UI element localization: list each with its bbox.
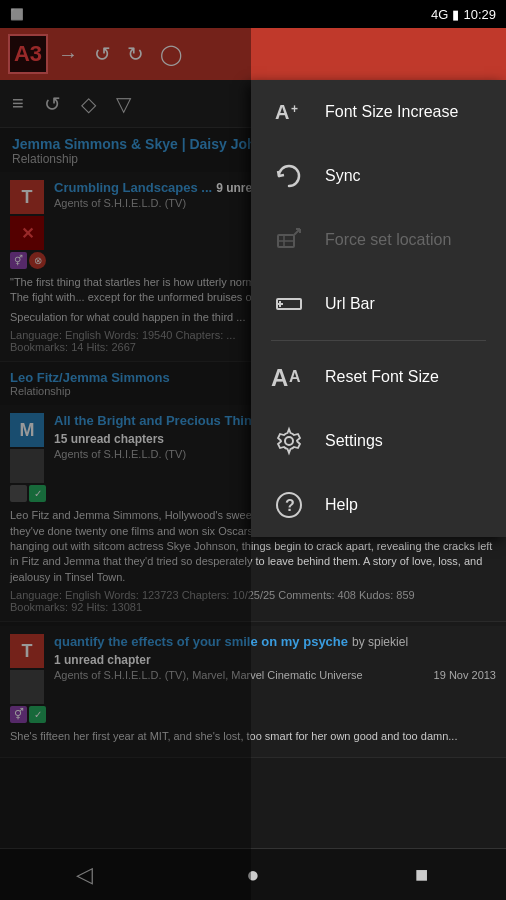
- story-2-icons: M ✓: [10, 413, 46, 502]
- back-button[interactable]: ◁: [54, 849, 114, 901]
- story-1-icon-ex: ✕: [10, 216, 44, 250]
- story-3-icons: T ⚥ ✓: [10, 634, 46, 723]
- story-3-unread: 1 unread chapter: [54, 653, 151, 667]
- menu-divider: [271, 340, 486, 341]
- story-1-title[interactable]: Crumbling Landscapes ...: [54, 180, 212, 195]
- story-3-info: quantify the effects of your smile on my…: [54, 634, 496, 681]
- network-indicator: 4G: [431, 7, 448, 22]
- svg-text:A: A: [275, 101, 289, 123]
- story-2-title[interactable]: All the Bright and Precious Things: [54, 413, 267, 428]
- app-logo[interactable]: A3: [8, 34, 48, 74]
- menu-label-settings: Settings: [325, 432, 383, 450]
- menu-label-reset-font-size: Reset Font Size: [325, 368, 439, 386]
- dot-green-check-3: ✓: [29, 706, 46, 723]
- story-3-fandom: Agents of S.H.I.E.L.D. (TV), Marvel, Mar…: [54, 669, 496, 681]
- top-nav-icons: → ↺ ↻ ◯: [58, 42, 182, 66]
- menu-item-sync[interactable]: Sync: [251, 144, 506, 208]
- forward-icon[interactable]: →: [58, 43, 78, 66]
- notification-icon: ⬜: [10, 8, 24, 21]
- story-2-status-dots: ✓: [10, 485, 46, 502]
- story-2-icon-blank: [10, 449, 44, 483]
- story-1-icon-T: T: [10, 180, 44, 214]
- story-3-status-dots: ⚥ ✓: [10, 706, 46, 723]
- story-2-unread: 15 unread chapters: [54, 432, 164, 446]
- font-size-increase-icon: A +: [271, 94, 307, 130]
- bottom-nav: ◁ ● ■: [0, 848, 506, 900]
- dot-green-check: ✓: [29, 485, 46, 502]
- menu-item-force-set-location[interactable]: Force set location: [251, 208, 506, 272]
- status-icons: 4G ▮ 10:29: [431, 7, 496, 22]
- story-3-by: by spiekiel: [352, 635, 408, 649]
- menu-label-help: Help: [325, 496, 358, 514]
- sync-icon: [271, 158, 307, 194]
- svg-text:A: A: [289, 368, 301, 385]
- svg-text:?: ?: [285, 497, 295, 514]
- story-3-title[interactable]: quantify the effects of your smile on my…: [54, 634, 348, 649]
- status-bar: ⬜ 4G ▮ 10:29: [0, 0, 506, 28]
- bookmark-icon[interactable]: ◇: [81, 92, 96, 116]
- force-set-location-icon: [271, 222, 307, 258]
- menu-item-help[interactable]: ? Help: [251, 473, 506, 537]
- story-2-meta: Language: English Words: 123723 Chapters…: [10, 589, 496, 601]
- story-1-status-dots: ⚥ ⊗: [10, 252, 46, 269]
- story-2-icon-M: M: [10, 413, 44, 447]
- reset-font-size-icon: A A: [271, 359, 307, 395]
- menu-item-font-size-increase[interactable]: A + Font Size Increase: [251, 80, 506, 144]
- story-3-icon-blank: [10, 670, 44, 704]
- story-3-icon-T: T: [10, 634, 44, 668]
- story-1-icons: T ✕ ⚥ ⊗: [10, 180, 46, 269]
- menu-label-url-bar: Url Bar: [325, 295, 375, 313]
- filter-icon[interactable]: ▽: [116, 92, 131, 116]
- reload-icon[interactable]: ↻: [127, 42, 144, 66]
- list-icon[interactable]: ≡: [12, 92, 24, 115]
- menu-item-url-bar[interactable]: Url Bar: [251, 272, 506, 336]
- recents-button[interactable]: ■: [392, 849, 452, 901]
- time-display: 10:29: [463, 7, 496, 22]
- story-3-date: 19 Nov 2013: [434, 669, 496, 681]
- menu-label-font-size-increase: Font Size Increase: [325, 103, 458, 121]
- story-card-3[interactable]: T ⚥ ✓ quantify the effects of your smile…: [0, 626, 506, 757]
- battery-icon: ▮: [452, 7, 459, 22]
- undo-icon[interactable]: ↺: [44, 92, 61, 116]
- story-3-desc: She's fifteen her first year at MIT, and…: [10, 729, 496, 744]
- url-bar-icon: [271, 286, 307, 322]
- circle-icon[interactable]: ◯: [160, 42, 182, 66]
- svg-text:A: A: [271, 364, 288, 391]
- settings-gear-icon: [271, 423, 307, 459]
- help-icon: ?: [271, 487, 307, 523]
- dot-gray-blank: [10, 485, 27, 502]
- menu-item-settings[interactable]: Settings: [251, 409, 506, 473]
- dot-gender-purple: ⚥: [10, 706, 27, 723]
- menu-item-reset-font-size[interactable]: A A Reset Font Size: [251, 345, 506, 409]
- svg-text:+: +: [291, 102, 298, 116]
- menu-label-force-set-location: Force set location: [325, 231, 451, 249]
- top-bar: A3 → ↺ ↻ ◯: [0, 28, 506, 80]
- story-2-meta2: Bookmarks: 92 Hits: 13081: [10, 601, 496, 613]
- refresh-icon[interactable]: ↺: [94, 42, 111, 66]
- menu-label-sync: Sync: [325, 167, 361, 185]
- dot-red-circle: ⊗: [29, 252, 46, 269]
- home-button[interactable]: ●: [223, 849, 283, 901]
- dropdown-menu[interactable]: A + Font Size Increase Sync: [251, 80, 506, 537]
- dot-purple: ⚥: [10, 252, 27, 269]
